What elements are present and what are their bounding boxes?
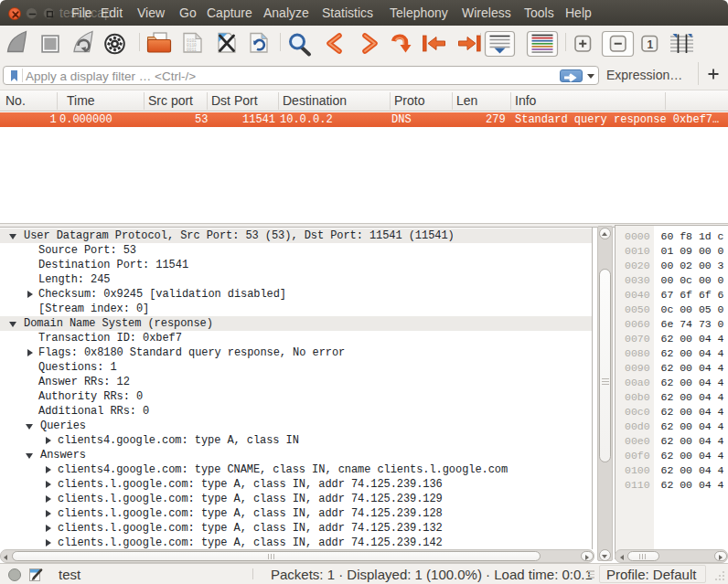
svg-text:0011: 0011 xyxy=(187,48,197,52)
svg-text:1: 1 xyxy=(648,38,654,51)
